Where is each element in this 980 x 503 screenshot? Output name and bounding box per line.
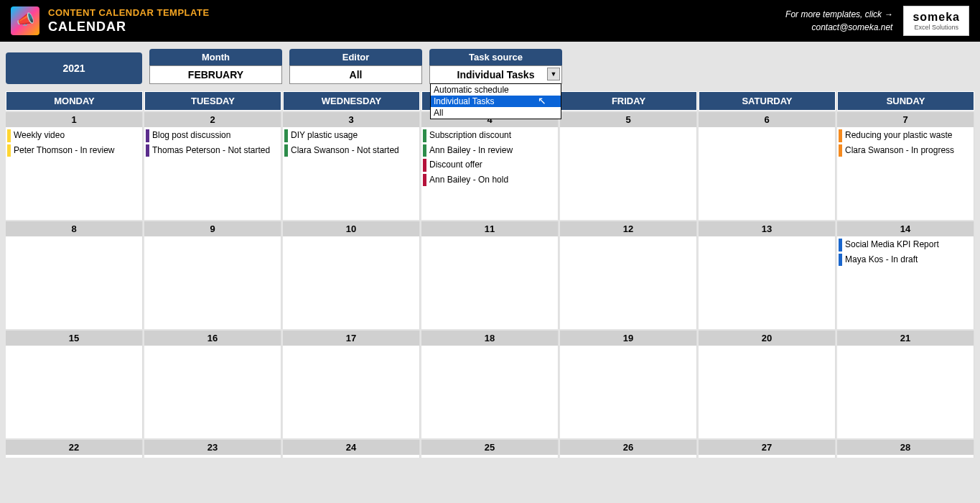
day-cell[interactable]: 27 xyxy=(699,440,836,458)
day-cell[interactable]: 2 Blog post discussion Thomas Peterson -… xyxy=(144,112,281,220)
day-cell[interactable]: 17 xyxy=(283,331,420,438)
task-color-bar xyxy=(284,129,288,142)
task-item: Subscription discount xyxy=(421,129,558,143)
day-cell[interactable]: 1 Weekly video Peter Thomson - In review xyxy=(6,112,143,220)
editor-dropdown[interactable]: All xyxy=(289,65,422,84)
day-cell[interactable]: 26 xyxy=(560,440,697,458)
day-cell[interactable]: 3 DIY plastic usage Clara Swanson - Not … xyxy=(283,112,420,220)
task-item: Maya Kos - In draft xyxy=(837,253,974,267)
day-cell[interactable]: 28 xyxy=(837,440,974,458)
task-color-bar xyxy=(839,254,842,267)
task-item: Ann Bailey - On hold xyxy=(421,173,558,188)
day-cell[interactable]: 6 xyxy=(699,112,836,220)
task-color-bar xyxy=(423,159,426,172)
day-header-saturday: SATURDAY xyxy=(699,91,836,111)
task-item: Weekly video xyxy=(6,129,142,143)
day-header-monday: MONDAY xyxy=(6,91,143,111)
task-item: Reducing your plastic waste xyxy=(837,129,974,143)
task-color-bar xyxy=(284,144,288,157)
template-title: CONTENT CALENDAR TEMPLATE xyxy=(48,7,785,18)
task-item: Blog post discussion xyxy=(144,129,281,143)
calendar-grid: MONDAY TUESDAY WEDNESDAY THURSDAY FRIDAY… xyxy=(0,91,980,458)
day-cell[interactable]: 7 Reducing your plastic waste Clara Swan… xyxy=(837,112,974,220)
day-cell[interactable]: 5 xyxy=(560,112,697,220)
day-header-friday: FRIDAY xyxy=(560,91,697,111)
task-color-bar xyxy=(839,239,842,251)
day-cell[interactable]: 25 xyxy=(421,440,559,458)
day-cell[interactable]: 13 xyxy=(699,221,836,329)
day-cell[interactable]: 14 Social Media KPI Report Maya Kos - In… xyxy=(837,221,974,329)
day-cell[interactable]: 21 xyxy=(837,331,974,438)
day-header-sunday: SUNDAY xyxy=(837,91,974,111)
task-item: Social Media KPI Report xyxy=(837,238,974,252)
task-item: Clara Swanson - Not started xyxy=(283,144,419,158)
day-cell[interactable]: 16 xyxy=(144,331,281,438)
day-header-wednesday: WEDNESDAY xyxy=(283,91,420,111)
task-item: Clara Swanson - In progress xyxy=(837,144,974,158)
task-color-bar xyxy=(7,129,11,142)
task-item: Peter Thomson - In review xyxy=(6,144,142,158)
day-cell[interactable]: 9 xyxy=(144,221,281,329)
day-cell[interactable]: 12 xyxy=(560,221,697,329)
day-cell[interactable]: 22 xyxy=(6,440,143,458)
task-item: DIY plastic usage xyxy=(283,129,419,143)
task-item: Discount offer xyxy=(421,158,558,172)
task-item: Ann Bailey - In review xyxy=(421,144,558,158)
day-cell[interactable]: 18 xyxy=(421,331,559,438)
task-color-bar xyxy=(146,144,149,157)
filter-controls: 2021 Month FEBRUARY Editor All Task sour… xyxy=(0,42,980,91)
dropdown-option-selected[interactable]: Individual Tasks ↖ xyxy=(431,96,561,107)
task-item: Thomas Peterson - Not started xyxy=(144,144,281,158)
dropdown-option[interactable]: All xyxy=(431,107,561,119)
contact-email: contact@someka.net xyxy=(785,22,892,32)
year-selector[interactable]: 2021 xyxy=(6,52,142,84)
page-title: CALENDAR xyxy=(48,19,785,34)
logo-icon xyxy=(11,6,39,35)
more-templates-link[interactable]: For more templates, click → xyxy=(785,9,892,19)
task-color-bar xyxy=(839,129,842,142)
dropdown-option[interactable]: Automatic schedule xyxy=(431,84,561,96)
day-cell[interactable]: 11 xyxy=(421,221,559,329)
app-header: CONTENT CALENDAR TEMPLATE CALENDAR For m… xyxy=(0,0,980,42)
month-filter: Month FEBRUARY xyxy=(149,49,282,84)
cursor-icon: ↖ xyxy=(538,95,546,106)
task-color-bar xyxy=(146,129,149,142)
day-cell[interactable]: 4 Subscription discount Ann Bailey - In … xyxy=(421,112,559,220)
editor-filter: Editor All xyxy=(289,49,422,84)
dropdown-list: Automatic schedule Individual Tasks ↖ Al… xyxy=(430,83,561,119)
day-cell[interactable]: 10 xyxy=(283,221,420,329)
day-header-tuesday: TUESDAY xyxy=(144,91,281,111)
task-color-bar xyxy=(423,144,426,157)
day-cell[interactable]: 20 xyxy=(699,331,836,438)
task-source-dropdown[interactable]: Individual Tasks ▼ Automatic schedule In… xyxy=(429,65,562,84)
day-cell[interactable]: 24 xyxy=(283,440,420,458)
task-color-bar xyxy=(423,129,426,142)
dropdown-button[interactable]: ▼ xyxy=(547,68,560,80)
day-cell[interactable]: 19 xyxy=(560,331,697,438)
task-color-bar xyxy=(7,144,11,157)
brand-logo[interactable]: someka Excel Solutions xyxy=(903,6,969,36)
day-cell[interactable]: 23 xyxy=(144,440,281,458)
task-color-bar xyxy=(423,174,426,187)
month-dropdown[interactable]: FEBRUARY xyxy=(149,65,282,84)
task-source-filter: Task source Individual Tasks ▼ Automatic… xyxy=(429,49,562,84)
day-cell[interactable]: 15 xyxy=(6,331,143,438)
task-color-bar xyxy=(839,144,842,157)
day-cell[interactable]: 8 xyxy=(6,221,143,329)
